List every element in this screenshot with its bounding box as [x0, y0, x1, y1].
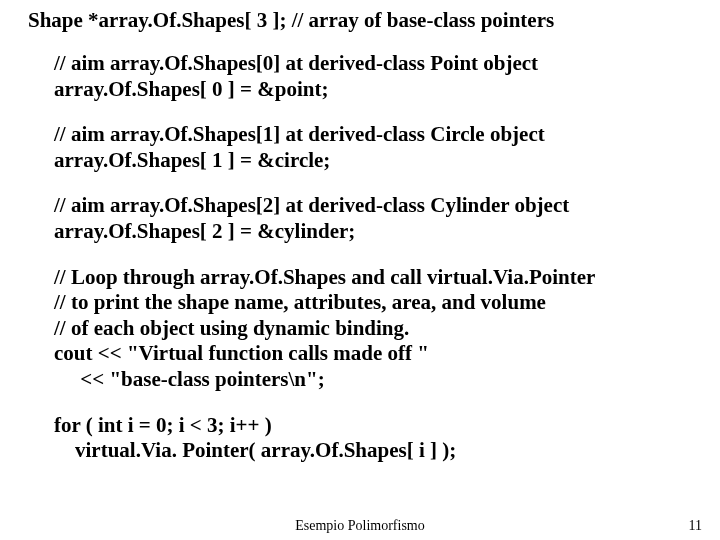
- code-line: // aim array.Of.Shapes[1] at derived-cla…: [54, 122, 702, 148]
- slide: Shape *array.Of.Shapes[ 3 ]; // array of…: [0, 0, 720, 540]
- code-block-circle: // aim array.Of.Shapes[1] at derived-cla…: [54, 122, 702, 173]
- code-line-declaration: Shape *array.Of.Shapes[ 3 ]; // array of…: [28, 8, 702, 33]
- code-block-point: // aim array.Of.Shapes[0] at derived-cla…: [54, 51, 702, 102]
- code-line: // aim array.Of.Shapes[2] at derived-cla…: [54, 193, 702, 219]
- footer-title: Esempio Polimorfismo: [0, 518, 720, 534]
- code-line: // aim array.Of.Shapes[0] at derived-cla…: [54, 51, 702, 77]
- code-line: virtual.Via. Pointer( array.Of.Shapes[ i…: [54, 438, 702, 464]
- code-line: array.Of.Shapes[ 0 ] = &point;: [54, 77, 702, 103]
- code-line: << "base-class pointers\n";: [54, 367, 702, 393]
- code-line: // Loop through array.Of.Shapes and call…: [54, 265, 702, 291]
- code-line: // to print the shape name, attributes, …: [54, 290, 702, 316]
- code-block-loop-comment: // Loop through array.Of.Shapes and call…: [54, 265, 702, 393]
- code-line: // of each object using dynamic binding.: [54, 316, 702, 342]
- code-block-cylinder: // aim array.Of.Shapes[2] at derived-cla…: [54, 193, 702, 244]
- page-number: 11: [689, 518, 702, 534]
- code-line: array.Of.Shapes[ 1 ] = &circle;: [54, 148, 702, 174]
- code-line: array.Of.Shapes[ 2 ] = &cylinder;: [54, 219, 702, 245]
- code-block-for: for ( int i = 0; i < 3; i++ ) virtual.Vi…: [54, 413, 702, 464]
- code-line: cout << "Virtual function calls made off…: [54, 341, 702, 367]
- code-line: for ( int i = 0; i < 3; i++ ): [54, 413, 702, 439]
